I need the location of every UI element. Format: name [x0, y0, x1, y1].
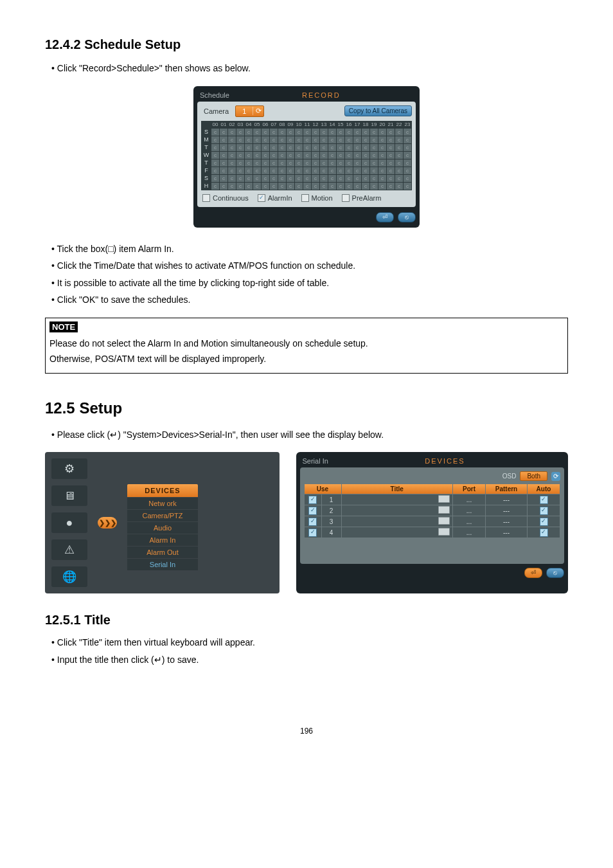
schedule-cell[interactable]: c	[320, 152, 328, 159]
schedule-cell[interactable]: c	[270, 183, 278, 190]
devices-icon[interactable]: 🖥	[51, 485, 87, 506]
schedule-cell[interactable]: c	[378, 167, 386, 174]
schedule-cell[interactable]: c	[287, 129, 294, 136]
schedule-cell[interactable]: c	[395, 152, 403, 159]
schedule-cell[interactable]: c	[312, 175, 319, 182]
schedule-cell[interactable]: c	[387, 144, 395, 151]
schedule-cell[interactable]: c	[395, 175, 403, 182]
schedule-cell[interactable]: c	[320, 159, 328, 167]
schedule-cell[interactable]: c	[245, 136, 253, 143]
schedule-cell[interactable]: c	[295, 129, 303, 136]
schedule-cell[interactable]: c	[328, 129, 336, 136]
schedule-cell[interactable]: c	[295, 175, 303, 182]
schedule-cell[interactable]: c	[337, 129, 344, 136]
schedule-cell[interactable]: c	[395, 159, 403, 167]
keyboard-icon[interactable]	[438, 495, 450, 503]
schedule-cell[interactable]: c	[303, 144, 311, 151]
schedule-cell[interactable]: c	[387, 136, 395, 143]
schedule-cell[interactable]: c	[362, 175, 369, 182]
schedule-cell[interactable]: c	[387, 183, 395, 190]
schedule-cell[interactable]: c	[312, 136, 319, 143]
schedule-cell[interactable]: c	[270, 167, 278, 174]
schedule-cell[interactable]: c	[303, 136, 311, 143]
schedule-cell[interactable]: c	[245, 159, 253, 167]
camera-selector[interactable]: 1 ⟳	[235, 105, 264, 117]
schedule-cell[interactable]: c	[404, 152, 411, 159]
schedule-cell[interactable]: c	[378, 183, 386, 190]
schedule-cell[interactable]: c	[287, 136, 294, 143]
schedule-cell[interactable]: c	[287, 183, 294, 190]
schedule-cell[interactable]: c	[345, 175, 353, 182]
schedule-cell[interactable]: c	[253, 129, 261, 136]
schedule-cell[interactable]: c	[262, 175, 269, 182]
schedule-cell[interactable]: c	[270, 144, 278, 151]
auto-checkbox[interactable]: ✓	[540, 518, 548, 526]
keyboard-icon[interactable]	[438, 528, 450, 536]
schedule-cell[interactable]: c	[211, 136, 219, 143]
schedule-cell[interactable]: c	[370, 159, 378, 167]
schedule-cell[interactable]: c	[387, 152, 395, 159]
schedule-cell[interactable]: c	[287, 175, 294, 182]
schedule-cell[interactable]: c	[320, 175, 328, 182]
schedule-cell[interactable]: c	[395, 183, 403, 190]
pattern-cell[interactable]: ---	[486, 505, 527, 516]
schedule-cell[interactable]: c	[362, 144, 369, 151]
schedule-cell[interactable]: c	[270, 175, 278, 182]
schedule-cell[interactable]: c	[303, 129, 311, 136]
schedule-cell[interactable]: c	[253, 136, 261, 143]
exit-button[interactable]: ⎋	[546, 568, 564, 578]
use-checkbox[interactable]: ✓	[308, 518, 317, 526]
schedule-cell[interactable]: c	[320, 183, 328, 190]
schedule-cell[interactable]: c	[404, 129, 411, 136]
schedule-cell[interactable]: c	[370, 183, 378, 190]
schedule-cell[interactable]: c	[328, 175, 336, 182]
schedule-cell[interactable]: c	[312, 167, 319, 174]
schedule-cell[interactable]: c	[378, 144, 386, 151]
schedule-cell[interactable]: c	[236, 183, 244, 190]
schedule-cell[interactable]: c	[345, 152, 353, 159]
schedule-cell[interactable]: c	[236, 144, 244, 151]
schedule-cell[interactable]: c	[328, 159, 336, 167]
schedule-cell[interactable]: c	[303, 167, 311, 174]
schedule-cell[interactable]: c	[220, 144, 227, 151]
schedule-cell[interactable]: c	[236, 136, 244, 143]
schedule-cell[interactable]: c	[387, 159, 395, 167]
schedule-cell[interactable]: c	[404, 136, 411, 143]
schedule-cell[interactable]: c	[395, 167, 403, 174]
schedule-cell[interactable]: c	[337, 136, 344, 143]
schedule-cell[interactable]: c	[236, 152, 244, 159]
schedule-cell[interactable]: c	[236, 129, 244, 136]
menu-item-alarm-in[interactable]: Alarm In	[127, 534, 198, 546]
schedule-cell[interactable]: c	[370, 136, 378, 143]
schedule-cell[interactable]: c	[228, 144, 236, 151]
schedule-cell[interactable]: c	[345, 183, 353, 190]
schedule-cell[interactable]: c	[278, 183, 286, 190]
schedule-cell[interactable]: c	[345, 136, 353, 143]
schedule-cell[interactable]: c	[312, 144, 319, 151]
schedule-cell[interactable]: c	[220, 159, 227, 167]
pattern-cell[interactable]: ---	[486, 494, 527, 505]
schedule-cell[interactable]: c	[378, 159, 386, 167]
menu-item-audio[interactable]: Audio	[127, 522, 198, 534]
schedule-cell[interactable]: c	[370, 152, 378, 159]
schedule-cell[interactable]: c	[211, 167, 219, 174]
schedule-cell[interactable]: c	[387, 175, 395, 182]
exit-button[interactable]: ⎋	[398, 212, 416, 222]
schedule-cell[interactable]: c	[404, 144, 411, 151]
menu-item-camera-ptz[interactable]: Camera/PTZ	[127, 510, 198, 521]
schedule-cell[interactable]: c	[370, 167, 378, 174]
schedule-cell[interactable]: c	[236, 175, 244, 182]
refresh-icon[interactable]: ⟳	[551, 472, 560, 481]
schedule-cell[interactable]: c	[378, 129, 386, 136]
schedule-cell[interactable]: c	[320, 129, 328, 136]
schedule-cell[interactable]: c	[328, 144, 336, 151]
schedule-cell[interactable]: c	[278, 152, 286, 159]
pattern-cell[interactable]: ---	[486, 527, 527, 538]
schedule-cell[interactable]: c	[287, 159, 294, 167]
refresh-icon[interactable]: ⟳	[253, 107, 263, 115]
schedule-cell[interactable]: c	[220, 175, 227, 182]
schedule-cell[interactable]: c	[328, 152, 336, 159]
schedule-cell[interactable]: c	[245, 167, 253, 174]
schedule-cell[interactable]: c	[312, 183, 319, 190]
schedule-cell[interactable]: c	[262, 136, 269, 143]
